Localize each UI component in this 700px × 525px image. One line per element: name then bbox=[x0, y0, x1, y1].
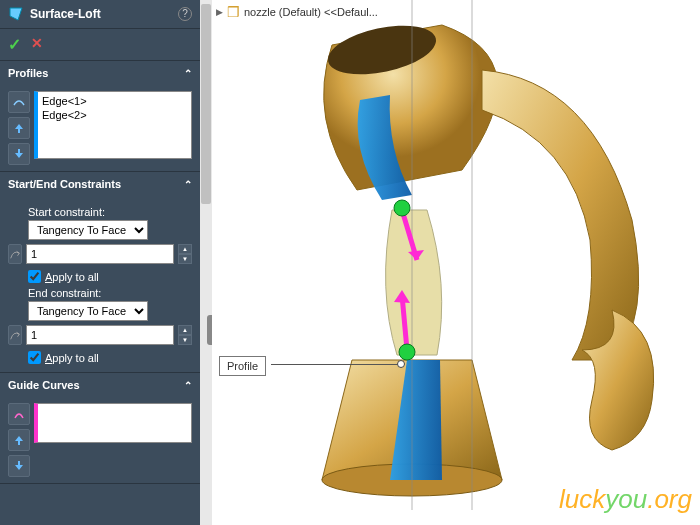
help-icon[interactable]: ? bbox=[178, 7, 192, 21]
end-constraint-label: End constraint: bbox=[28, 287, 192, 299]
ok-button[interactable]: ✓ bbox=[8, 35, 21, 54]
guide-curves-list[interactable] bbox=[34, 403, 192, 443]
end-constraint-select[interactable]: Tangency To Face bbox=[28, 301, 148, 321]
property-panel: Surface-Loft ? ✓ ✕ Profiles ⌃ bbox=[0, 0, 200, 525]
profiles-list[interactable]: Edge<1> Edge<2> bbox=[34, 91, 192, 159]
start-apply-all-label: Apply to all bbox=[45, 271, 99, 283]
profiles-section: Profiles ⌃ Edge<1> Edge<2 bbox=[0, 61, 200, 172]
constraints-header-label: Start/End Constraints bbox=[8, 178, 121, 190]
end-apply-all-label: Apply to all bbox=[45, 352, 99, 364]
collapse-icon: ⌃ bbox=[184, 68, 192, 79]
move-down-button[interactable] bbox=[8, 143, 30, 165]
cancel-button[interactable]: ✕ bbox=[31, 35, 43, 54]
confirm-row: ✓ ✕ bbox=[0, 29, 200, 61]
profile-callout[interactable]: Profile bbox=[219, 356, 266, 376]
guide-curves-header-label: Guide Curves bbox=[8, 379, 80, 391]
start-constraint-label: Start constraint: bbox=[28, 206, 192, 218]
scrollbar-thumb[interactable] bbox=[201, 4, 211, 204]
start-constraint-select[interactable]: Tangency To Face bbox=[28, 220, 148, 240]
tangent-length-icon bbox=[8, 325, 22, 345]
constraints-header[interactable]: Start/End Constraints ⌃ bbox=[0, 172, 200, 196]
viewport-3d[interactable]: ▶ ❒ nozzle (Default) <<Defaul... bbox=[212, 0, 700, 525]
profiles-header[interactable]: Profiles ⌃ bbox=[0, 61, 200, 85]
panel-title: Surface-Loft bbox=[30, 7, 178, 21]
start-apply-all-checkbox[interactable] bbox=[28, 270, 41, 283]
move-up-button[interactable] bbox=[8, 429, 30, 451]
list-item[interactable]: Edge<2> bbox=[40, 108, 189, 122]
profile-handle bbox=[399, 344, 415, 360]
watermark: luckyou.org bbox=[559, 484, 692, 515]
profiles-header-label: Profiles bbox=[8, 67, 48, 79]
move-up-button[interactable] bbox=[8, 117, 30, 139]
list-item[interactable]: Edge<1> bbox=[40, 94, 189, 108]
guide-curves-section: Guide Curves ⌃ bbox=[0, 373, 200, 484]
collapse-icon: ⌃ bbox=[184, 380, 192, 391]
callout-leader-line bbox=[271, 364, 401, 365]
end-apply-all-checkbox[interactable] bbox=[28, 351, 41, 364]
spin-up-button[interactable]: ▲ bbox=[178, 244, 192, 254]
spin-down-button[interactable]: ▼ bbox=[178, 254, 192, 264]
spin-down-button[interactable]: ▼ bbox=[178, 335, 192, 345]
collapse-icon: ⌃ bbox=[184, 179, 192, 190]
start-tangent-input[interactable] bbox=[26, 244, 174, 264]
spin-up-button[interactable]: ▲ bbox=[178, 325, 192, 335]
panel-header: Surface-Loft ? bbox=[0, 0, 200, 29]
end-tangent-input[interactable] bbox=[26, 325, 174, 345]
profile-handle bbox=[394, 200, 410, 216]
guide-curves-header[interactable]: Guide Curves ⌃ bbox=[0, 373, 200, 397]
panel-scrollbar[interactable] bbox=[200, 0, 212, 525]
move-down-button[interactable] bbox=[8, 455, 30, 477]
callout-endpoint-icon bbox=[397, 360, 405, 368]
guide-curve-selector-icon[interactable] bbox=[8, 403, 30, 425]
surface-loft-icon bbox=[8, 6, 24, 22]
profile-selector-icon[interactable] bbox=[8, 91, 30, 113]
model-render bbox=[212, 0, 700, 525]
tangent-length-icon bbox=[8, 244, 22, 264]
constraints-section: Start/End Constraints ⌃ Start constraint… bbox=[0, 172, 200, 373]
